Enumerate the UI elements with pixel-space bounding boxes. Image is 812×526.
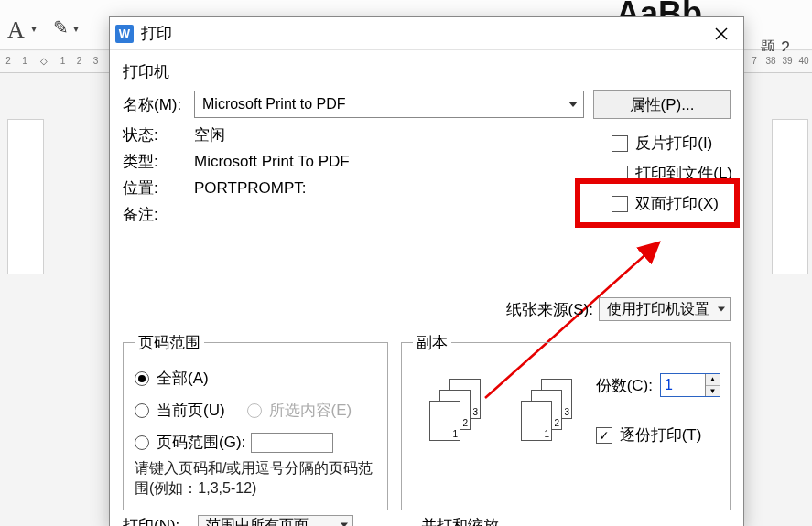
status-label: 状态: (123, 124, 194, 145)
range-pages-radio[interactable]: 页码范围(G): (135, 432, 376, 453)
chevron-down-icon (718, 307, 725, 312)
paper-source-value: 使用打印机设置 (607, 300, 709, 319)
printer-select-value: Microsoft Print to PDF (202, 96, 345, 113)
copies-group: 副本 321 321 份数(C): ▲ (401, 332, 731, 510)
document-page-edge-left (7, 119, 44, 274)
comment-label: 备注: (123, 204, 194, 225)
paper-source-label: 纸张来源(S): (506, 299, 593, 320)
duplex-print-checkbox[interactable]: 双面打印(X) (612, 193, 732, 214)
copies-input[interactable] (661, 374, 705, 396)
print-to-file-label: 打印到文件(L) (635, 163, 732, 184)
copies-spinner[interactable]: ▲ ▼ (660, 373, 720, 397)
dialog-title: 打印 (141, 23, 703, 44)
range-hint: 请键入页码和/或用逗号分隔的页码范围(例如：1,3,5-12) (135, 458, 376, 498)
collate-illustration: 321 321 (429, 379, 576, 443)
app-icon: W (115, 25, 134, 43)
mirror-print-checkbox[interactable]: 反片打印(I) (612, 133, 732, 154)
range-current-radio[interactable]: 当前页(U) (135, 400, 225, 421)
mirror-print-label: 反片打印(I) (635, 133, 712, 154)
copies-legend: 副本 (413, 332, 451, 353)
page-range-group: 页码范围 全部(A) 当前页(U) 所选内容(E) 页码范围(G): 请键入页 (123, 332, 388, 510)
chevron-down-icon (341, 523, 348, 527)
copies-count-label: 份数(C): (596, 375, 653, 396)
range-pages-input[interactable] (251, 433, 333, 453)
collate-label: 逐份打印(T) (620, 424, 702, 445)
document-page-edge-right (772, 119, 808, 274)
print-to-file-checkbox[interactable]: 打印到文件(L) (612, 163, 732, 184)
collate-checkbox[interactable]: 逐份打印(T) (596, 424, 720, 445)
range-pages-label: 页码范围(G): (157, 432, 245, 453)
location-label: 位置: (123, 177, 194, 199)
status-value: 空闲 (194, 124, 225, 145)
range-selection-radio: 所选内容(E) (247, 400, 352, 421)
close-icon (715, 27, 728, 40)
paper-source-select[interactable]: 使用打印机设置 (599, 297, 731, 321)
chevron-down-icon (568, 102, 578, 107)
print-what-select[interactable]: 范围中所有页面 (198, 515, 353, 526)
type-value: Microsoft Print To PDF (194, 153, 350, 171)
range-current-label: 当前页(U) (157, 400, 225, 421)
spinner-up[interactable]: ▲ (706, 374, 720, 386)
titlebar: W 打印 (110, 17, 743, 50)
name-label: 名称(M): (123, 94, 194, 115)
properties-button[interactable]: 属性(P)... (593, 90, 731, 119)
location-value: PORTPROMPT: (194, 179, 306, 198)
print-what-label: 打印(N): (123, 515, 179, 526)
range-all-label: 全部(A) (157, 368, 209, 389)
print-dialog: W 打印 打印机 名称(M): Microsoft Print to PDF 属… (109, 16, 744, 526)
printer-select[interactable]: Microsoft Print to PDF (194, 91, 584, 118)
type-label: 类型: (123, 151, 194, 172)
printer-section-label: 打印机 (123, 61, 731, 82)
duplex-print-label: 双面打印(X) (635, 193, 719, 214)
spinner-down[interactable]: ▼ (706, 386, 720, 397)
zoom-label: 并打和缩放 (421, 515, 499, 526)
page-range-legend: 页码范围 (135, 332, 204, 353)
print-what-value: 范围中所有页面 (206, 516, 309, 527)
range-all-radio[interactable]: 全部(A) (135, 368, 376, 389)
close-button[interactable] (703, 20, 740, 48)
range-selection-label: 所选内容(E) (269, 400, 352, 421)
